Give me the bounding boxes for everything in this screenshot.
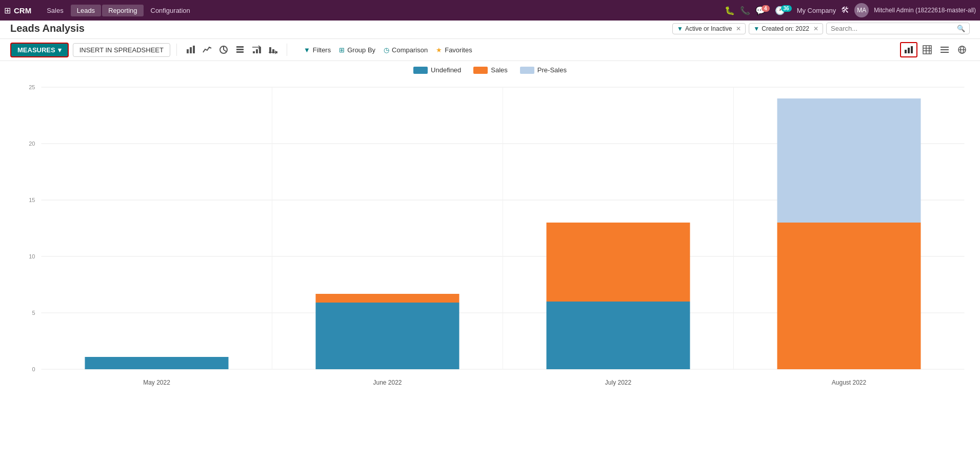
pivot-view-btn[interactable] <box>954 43 970 56</box>
filters-label: Filters <box>313 46 331 54</box>
view-toggles <box>900 42 970 57</box>
svg-rect-18 <box>908 48 910 53</box>
activity-icon-wrapper: 🕐 36 <box>775 6 792 15</box>
legend-presales-label: Pre-Sales <box>537 66 567 74</box>
svg-rect-9 <box>253 51 255 53</box>
pivot-view-icon <box>957 45 967 54</box>
groupby-button[interactable]: ⊞ Group By <box>339 46 375 54</box>
favorites-button[interactable]: ★ Favorites <box>436 46 472 54</box>
measures-arrow-icon: ▾ <box>58 46 62 54</box>
list-view-btn[interactable] <box>937 43 952 56</box>
stacked-icon-btn[interactable] <box>232 43 248 56</box>
search-input[interactable] <box>831 25 957 32</box>
svg-rect-0 <box>187 49 189 53</box>
chart-svg: 0 5 10 15 20 25 Ma <box>10 77 970 395</box>
phone-icon[interactable]: 📞 <box>740 6 750 15</box>
bar-july-undefined <box>547 302 690 369</box>
menu-sales[interactable]: Sales <box>41 5 70 16</box>
bar-aug-presales <box>777 98 921 223</box>
svg-rect-10 <box>256 49 258 53</box>
svg-rect-27 <box>941 52 949 53</box>
filter-funnel-icon-2: ▼ <box>753 25 759 32</box>
pie-chart-icon-btn[interactable] <box>216 43 231 56</box>
top-navigation: ⊞ CRM Sales Leads Reporting Configuratio… <box>0 0 980 21</box>
tools-icon[interactable]: 🛠 <box>841 6 849 15</box>
svg-line-5 <box>224 50 227 52</box>
menu-reporting[interactable]: Reporting <box>102 5 143 16</box>
descending-icon-btn[interactable] <box>265 43 281 56</box>
legend-presales: Pre-Sales <box>520 66 567 74</box>
chart-legend: Undefined Sales Pre-Sales <box>10 61 970 77</box>
comparison-icon: ◷ <box>384 46 389 54</box>
menu-configuration[interactable]: Configuration <box>145 5 196 16</box>
list-view-icon <box>940 45 949 54</box>
y-label-20: 20 <box>29 141 35 147</box>
svg-rect-19 <box>911 46 913 53</box>
toolbar: MEASURES ▾ INSERT IN SPREADSHEET <box>0 38 980 61</box>
title-row: Leads Analysis ▼ Active or Inactive ✕ ▼ … <box>0 21 980 38</box>
y-label-25: 25 <box>29 84 35 90</box>
filters-icon: ▼ <box>304 46 310 54</box>
filter-created-on-label: Created on: 2022 <box>762 25 809 32</box>
favorites-icon: ★ <box>436 46 442 54</box>
x-label-june: June 2022 <box>373 379 402 386</box>
comparison-label: Comparison <box>392 46 428 54</box>
bar-chart-icon <box>186 45 195 54</box>
app-name[interactable]: CRM <box>14 6 31 15</box>
descending-icon <box>268 45 277 54</box>
search-box[interactable]: 🔍 <box>826 23 970 34</box>
top-menu: Sales Leads Reporting Configuration <box>41 5 196 16</box>
username[interactable]: Mitchell Admin (18222618-master-all) <box>874 7 976 14</box>
filter-active-inactive[interactable]: ▼ Active or Inactive ✕ <box>672 23 746 34</box>
svg-rect-25 <box>941 47 949 48</box>
filter-created-on-close[interactable]: ✕ <box>813 25 818 32</box>
chat-badge: 4 <box>762 5 770 12</box>
bar-aug-sales <box>777 223 921 369</box>
grid-icon[interactable]: ⊞ <box>4 6 11 15</box>
toolbar-separator-2 <box>287 44 287 56</box>
measures-label: MEASURES <box>17 46 55 54</box>
svg-rect-14 <box>272 49 274 53</box>
bar-june-sales <box>316 294 459 303</box>
menu-leads[interactable]: Leads <box>71 5 101 16</box>
bar-view-btn[interactable] <box>900 42 917 57</box>
y-label-10: 10 <box>29 253 35 259</box>
filters-button[interactable]: ▼ Filters <box>304 46 331 54</box>
groupby-label: Group By <box>347 46 375 54</box>
ascending-icon-btn[interactable] <box>249 43 264 56</box>
comparison-button[interactable]: ◷ Comparison <box>384 46 428 54</box>
y-label-5: 5 <box>32 310 35 316</box>
filter-bar: ▼ Active or Inactive ✕ ▼ Created on: 202… <box>672 23 970 34</box>
svg-rect-1 <box>190 47 192 53</box>
bar-june-undefined <box>316 303 459 369</box>
svg-rect-17 <box>905 50 907 53</box>
svg-rect-26 <box>941 49 949 50</box>
svg-rect-2 <box>193 46 195 53</box>
chart-type-icons <box>183 43 281 56</box>
filter-created-on[interactable]: ▼ Created on: 2022 ✕ <box>749 23 823 34</box>
user-avatar[interactable]: MA <box>854 3 869 17</box>
bar-chart-icon-btn[interactable] <box>183 43 198 56</box>
chart-container: 0 5 10 15 20 25 Ma <box>10 77 970 395</box>
filter-active-inactive-close[interactable]: ✕ <box>736 25 741 32</box>
bar-may-undefined <box>85 357 229 369</box>
svg-rect-7 <box>236 49 244 50</box>
toolbar-filter-group: ▼ Filters ⊞ Group By ◷ Comparison ★ Favo… <box>304 46 472 54</box>
legend-sales: Sales <box>473 66 508 74</box>
search-icon[interactable]: 🔍 <box>957 25 965 32</box>
table-view-icon <box>923 45 932 54</box>
ascending-icon <box>252 45 261 54</box>
legend-sales-label: Sales <box>491 66 508 74</box>
company-name[interactable]: My Company <box>797 7 836 14</box>
groupby-icon: ⊞ <box>339 46 345 54</box>
bug-icon[interactable]: 🐛 <box>725 6 735 15</box>
line-chart-icon-btn[interactable] <box>199 43 215 56</box>
table-view-btn[interactable] <box>919 43 935 56</box>
legend-undefined-swatch <box>413 67 428 74</box>
page-title: Leads Analysis <box>10 23 667 34</box>
bar-view-icon <box>904 45 913 54</box>
toolbar-separator-1 <box>176 44 177 56</box>
filter-funnel-icon: ▼ <box>677 25 683 32</box>
insert-spreadsheet-button[interactable]: INSERT IN SPREADSHEET <box>73 43 170 57</box>
measures-button[interactable]: MEASURES ▾ <box>10 43 69 57</box>
